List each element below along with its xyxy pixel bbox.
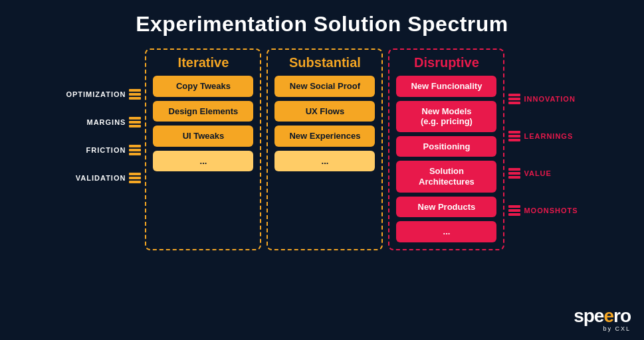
right-label-bar xyxy=(508,168,520,171)
label-bar xyxy=(129,153,141,155)
right-label-bar xyxy=(508,209,520,212)
label-bar xyxy=(129,89,141,92)
columns-container: Iterative Copy Tweaks Design Elements UI… xyxy=(145,48,504,250)
card-iterative-ellipsis: ... xyxy=(153,151,253,172)
left-label-text-validation: VALIDATION xyxy=(76,174,126,182)
logo-area: speero by CXL xyxy=(574,307,631,332)
left-label-item-margins: MARGINS xyxy=(86,108,141,136)
label-bar xyxy=(129,125,141,128)
disruptive-header: Disruptive xyxy=(414,55,479,70)
right-label-item-learnings: LEARNINGS xyxy=(508,118,573,155)
right-label-bar xyxy=(508,205,520,208)
right-label-bars-moonshots xyxy=(508,205,520,216)
right-label-item-moonshots: MOONSHOTS xyxy=(508,192,578,229)
label-bar xyxy=(129,173,141,175)
left-label-text-optimization: OPTIMIZATION xyxy=(66,90,126,98)
left-label-item-optimization: OPTIMIZATION xyxy=(66,80,141,108)
iterative-header: Iterative xyxy=(178,55,229,70)
right-label-bar xyxy=(508,135,520,137)
page-container: Experimentation Solution Spectrum OPTIMI… xyxy=(0,0,644,340)
card-solution-architectures: SolutionArchitectures xyxy=(396,161,496,192)
substantial-header: Substantial xyxy=(289,55,361,70)
right-label-bar xyxy=(508,98,520,100)
right-label-bars-learnings xyxy=(508,131,520,141)
label-bars-validation xyxy=(129,173,141,183)
spectrum-layout: OPTIMIZATION MARGINS FRICTION xyxy=(13,48,631,250)
right-label-bar xyxy=(508,213,520,216)
card-new-social-proof: New Social Proof xyxy=(274,76,375,97)
right-label-bar xyxy=(508,176,520,179)
right-label-bars-value xyxy=(508,168,520,179)
right-label-item-value: VALUE xyxy=(508,155,551,192)
card-copy-tweaks: Copy Tweaks xyxy=(153,76,253,97)
label-bar xyxy=(129,149,141,151)
label-bars-friction xyxy=(129,145,141,155)
label-bar xyxy=(129,121,141,124)
card-new-funcionality: New Funcionality xyxy=(396,76,496,97)
label-bar xyxy=(129,181,141,183)
right-label-text-value: VALUE xyxy=(524,169,551,177)
right-label-bar xyxy=(508,131,520,133)
column-disruptive: Disruptive New Funcionality New Models(e… xyxy=(388,48,504,250)
left-label-item-validation: VALIDATION xyxy=(76,164,142,192)
left-label-text-friction: FRICTION xyxy=(86,146,126,154)
left-labels: OPTIMIZATION MARGINS FRICTION xyxy=(66,48,141,192)
card-ux-flows: UX Flows xyxy=(274,101,375,122)
logo-text: speero xyxy=(574,307,631,325)
card-new-models: New Models(e.g. pricing) xyxy=(396,101,496,132)
label-bar xyxy=(129,97,141,100)
column-iterative: Iterative Copy Tweaks Design Elements UI… xyxy=(145,48,261,250)
label-bar xyxy=(129,117,141,120)
right-label-bar xyxy=(508,102,520,104)
card-positioning: Positioning xyxy=(396,136,496,157)
right-label-bar xyxy=(508,94,520,96)
right-label-bar xyxy=(508,172,520,175)
label-bar xyxy=(129,145,141,147)
page-title: Experimentation Solution Spectrum xyxy=(136,12,508,37)
label-bars-margins xyxy=(129,117,141,128)
right-label-text-learnings: LEARNINGS xyxy=(524,132,573,140)
card-disruptive-ellipsis: ... xyxy=(396,221,496,242)
label-bar xyxy=(129,93,141,96)
right-label-text-moonshots: MOONSHOTS xyxy=(524,207,578,214)
card-design-elements: Design Elements xyxy=(153,101,253,122)
label-bar xyxy=(129,177,141,179)
left-label-item-friction: FRICTION xyxy=(86,136,141,164)
right-labels: INNOVATION LEARNINGS VALUE xyxy=(508,48,578,229)
card-substantial-ellipsis: ... xyxy=(274,151,375,172)
logo-sub: by CXL xyxy=(603,325,631,332)
card-ui-tweaks: UI Tweaks xyxy=(153,126,253,147)
right-label-bar xyxy=(508,139,520,141)
right-label-bars-innovation xyxy=(508,94,520,104)
card-new-experiences: New Experiences xyxy=(274,126,375,147)
card-new-products: New Products xyxy=(396,197,496,218)
label-bars-optimization xyxy=(129,89,141,100)
right-label-text-innovation: INNOVATION xyxy=(524,95,575,103)
left-label-text-margins: MARGINS xyxy=(86,118,126,126)
column-substantial: Substantial New Social Proof UX Flows Ne… xyxy=(267,48,383,250)
right-label-item-innovation: INNOVATION xyxy=(508,80,575,118)
